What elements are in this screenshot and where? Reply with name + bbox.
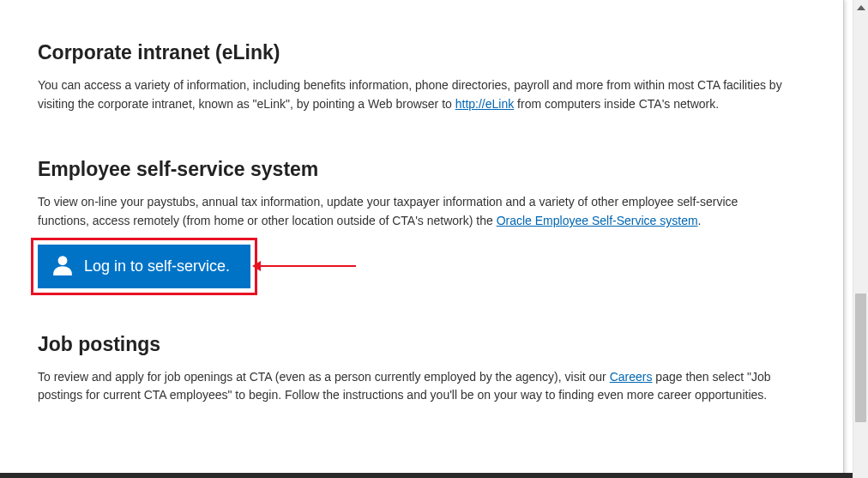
heading-self-service: Employee self-service system <box>38 158 793 181</box>
scrollbar-thumb[interactable] <box>855 293 866 422</box>
user-icon <box>51 253 74 280</box>
section-self-service: Employee self-service system To view on-… <box>38 158 793 287</box>
scroll-up-button[interactable] <box>853 0 868 15</box>
paragraph-intranet: You can access a variety of information,… <box>38 76 793 113</box>
scrollbar-track[interactable] <box>853 0 868 478</box>
login-self-service-button[interactable]: Log in to self-service. <box>38 245 250 288</box>
paragraph-job-postings: To review and apply for job openings at … <box>38 368 793 405</box>
heading-intranet: Corporate intranet (eLink) <box>38 41 793 64</box>
text-ss-after: . <box>698 214 702 227</box>
section-job-postings: Job postings To review and apply for job… <box>38 333 793 405</box>
section-intranet: Corporate intranet (eLink) You can acces… <box>38 41 793 113</box>
paragraph-self-service: To view on-line your paystubs, annual ta… <box>38 193 793 230</box>
link-careers[interactable]: Careers <box>610 370 653 384</box>
heading-job-postings: Job postings <box>38 333 793 356</box>
footer-bar <box>0 473 853 478</box>
login-button-label: Log in to self-service. <box>84 257 230 275</box>
text-jobs-before: To review and apply for job openings at … <box>38 370 610 384</box>
link-oracle-self-service[interactable]: Oracle Employee Self-Service system <box>497 214 698 227</box>
svg-point-0 <box>58 256 68 265</box>
text-intranet-after: from computers inside CTA's network. <box>514 97 719 111</box>
link-elink[interactable]: http://eLink <box>455 97 515 111</box>
